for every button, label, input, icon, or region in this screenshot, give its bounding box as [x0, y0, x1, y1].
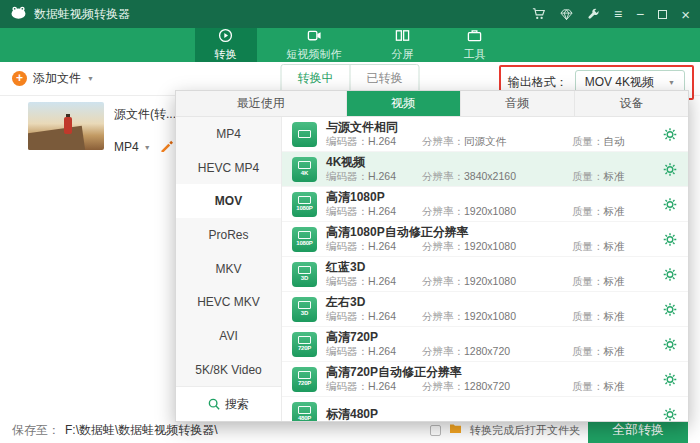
- sidebar-category-mp4[interactable]: MP4: [176, 117, 281, 151]
- format-text: 标清480P: [326, 407, 662, 422]
- add-file-button[interactable]: + 添加文件 ▼: [12, 70, 94, 87]
- sidebar-search-button[interactable]: 搜索: [176, 386, 281, 421]
- quality-value: 标准: [604, 345, 625, 357]
- format-tab-video[interactable]: 视频: [346, 91, 460, 116]
- format-option-row[interactable]: 720P高清720P编码器：H.264分辨率：1280x720质量：标准: [282, 327, 688, 362]
- format-settings-gear-icon[interactable]: [662, 302, 678, 317]
- resolution-value: 1920x1080: [464, 240, 516, 252]
- format-text: 高清720P编码器：H.264分辨率：1280x720质量：标准: [326, 330, 662, 358]
- quality-label: 质量：: [572, 170, 604, 182]
- format-option-row[interactable]: 3D红蓝3D编码器：H.264分辨率：1920x1080质量：标准: [282, 257, 688, 292]
- format-option-row[interactable]: 1080P高清1080P自动修正分辨率编码器：H.264分辨率：1920x108…: [282, 222, 688, 257]
- quality-value: 标准: [604, 205, 625, 217]
- encoder-label: 编码器：: [326, 205, 368, 217]
- plus-icon: +: [12, 71, 27, 86]
- format-option-row[interactable]: 3D左右3D编码器：H.264分辨率：1920x1080质量：标准: [282, 292, 688, 327]
- cart-icon[interactable]: [532, 7, 546, 21]
- format-tab-device[interactable]: 设备: [574, 91, 688, 116]
- format-option-row[interactable]: 与源文件相同编码器：H.264分辨率：同源文件质量：自动: [282, 117, 688, 152]
- format-type-icon: 720P: [292, 367, 317, 392]
- quality-value: 标准: [604, 240, 625, 252]
- format-settings-gear-icon[interactable]: [662, 372, 678, 387]
- tab-short-video[interactable]: 短视频制作: [267, 28, 362, 62]
- segment-converting[interactable]: 转换中: [282, 65, 350, 92]
- format-badge-text: 4K: [292, 170, 317, 177]
- format-type-icon: 720P: [292, 332, 317, 357]
- sidebar-category-avi[interactable]: AVI: [176, 319, 281, 353]
- format-meta: 编码器：H.264分辨率：1920x1080质量：标准: [326, 275, 662, 288]
- minimize-button[interactable]: −: [636, 7, 644, 21]
- encoder-value: H.264: [368, 380, 396, 392]
- format-settings-gear-icon[interactable]: [662, 407, 678, 422]
- category-label: MKV: [215, 262, 241, 276]
- format-option-list: 与源文件相同编码器：H.264分辨率：同源文件质量：自动4K4K视频编码器：H.…: [282, 117, 688, 421]
- menu-icon[interactable]: ≡: [614, 7, 622, 21]
- format-type-icon: 1080P: [292, 192, 317, 217]
- format-badge-text: 3D: [292, 275, 317, 282]
- quality-value: 标准: [604, 380, 625, 392]
- category-label: MOV: [215, 194, 242, 208]
- format-dropdown-panel: 最近使用 视频 音频 设备 MP4HEVC MP4MOVProResMKVHEV…: [175, 90, 689, 422]
- category-label: ProRes: [208, 228, 248, 242]
- edit-icon[interactable]: [160, 139, 173, 155]
- after-convert-checkbox[interactable]: [430, 425, 441, 436]
- nav-tabbar: 转换 短视频制作 分屏 工具: [0, 28, 700, 62]
- format-option-row[interactable]: 480P标清480P: [282, 397, 688, 421]
- maximize-button[interactable]: [658, 10, 667, 19]
- format-settings-gear-icon[interactable]: [662, 162, 678, 177]
- format-type-icon: 480P: [292, 402, 317, 422]
- window-title: 数据蛙视频转换器: [34, 6, 130, 23]
- quality-label: 质量：: [572, 275, 604, 287]
- format-badge-text: 480P: [292, 415, 317, 421]
- tab-split-screen[interactable]: 分屏: [372, 28, 434, 62]
- resolution-value: 1920x1080: [464, 205, 516, 217]
- save-to-label: 保存至：: [12, 422, 60, 439]
- resolution-value: 3840x2160: [464, 170, 516, 182]
- tab-convert[interactable]: 转换: [195, 28, 257, 62]
- caret-down-icon: ▼: [87, 75, 94, 82]
- convert-status-toggle: 转换中 已转换: [281, 64, 420, 93]
- format-meta: 编码器：H.264分辨率：1920x1080质量：标准: [326, 205, 662, 218]
- screen-glyph-icon: [298, 406, 311, 414]
- format-option-row[interactable]: 1080P高清1080P编码器：H.264分辨率：1920x1080质量：标准: [282, 187, 688, 222]
- save-path[interactable]: F:\数据蛙\数据蛙视频转换器\: [65, 422, 218, 439]
- screen-glyph-icon: [298, 161, 311, 169]
- format-badge-text: 720P: [292, 345, 317, 352]
- tab-tools[interactable]: 工具: [444, 28, 506, 62]
- format-settings-gear-icon[interactable]: [662, 337, 678, 352]
- sidebar-category-hevc-mp4[interactable]: HEVC MP4: [176, 151, 281, 185]
- format-text: 高清720P自动修正分辨率编码器：H.264分辨率：1280x720质量：标准: [326, 365, 662, 393]
- format-title: 标清480P: [326, 407, 662, 422]
- format-settings-gear-icon[interactable]: [662, 232, 678, 247]
- format-settings-gear-icon[interactable]: [662, 267, 678, 282]
- segment-converted[interactable]: 已转换: [350, 65, 419, 92]
- sidebar-category-prores[interactable]: ProRes: [176, 218, 281, 252]
- gem-icon[interactable]: [560, 8, 573, 21]
- format-settings-gear-icon[interactable]: [662, 127, 678, 142]
- format-option-row[interactable]: 4K4K视频编码器：H.264分辨率：3840x2160质量：标准: [282, 152, 688, 187]
- format-meta: 编码器：H.264分辨率：1280x720质量：标准: [326, 345, 662, 358]
- sidebar-category-mov[interactable]: MOV: [176, 184, 281, 218]
- tab-label: 分屏: [392, 47, 414, 62]
- encoder-label: 编码器：: [326, 135, 368, 147]
- sidebar-category-mkv[interactable]: MKV: [176, 252, 281, 286]
- screen-glyph-icon: [298, 336, 311, 344]
- format-option-row[interactable]: 720P高清720P自动修正分辨率编码器：H.264分辨率：1280x720质量…: [282, 362, 688, 397]
- format-type-icon: [292, 122, 317, 147]
- close-button[interactable]: ×: [681, 7, 690, 22]
- sidebar-category-hevc-mkv[interactable]: HEVC MKV: [176, 285, 281, 319]
- file-format-select[interactable]: MP4 ▼: [114, 140, 151, 154]
- sidebar-category-5k-8k-video[interactable]: 5K/8K Video: [176, 353, 281, 387]
- format-tab-recent[interactable]: 最近使用: [176, 91, 346, 116]
- wrench-icon[interactable]: [587, 8, 600, 21]
- format-settings-gear-icon[interactable]: [662, 197, 678, 212]
- convert-icon: [218, 28, 233, 45]
- file-thumbnail: [28, 102, 104, 150]
- resolution-value: 1920x1080: [464, 275, 516, 287]
- format-badge-text: 1080P: [292, 205, 317, 212]
- tab-label: 转换: [215, 47, 237, 62]
- format-tab-audio[interactable]: 音频: [460, 91, 574, 116]
- format-sidebar: MP4HEVC MP4MOVProResMKVHEVC MKVAVI5K/8K …: [176, 117, 282, 421]
- format-text: 4K视频编码器：H.264分辨率：3840x2160质量：标准: [326, 155, 662, 183]
- format-badge-text: 3D: [292, 310, 317, 317]
